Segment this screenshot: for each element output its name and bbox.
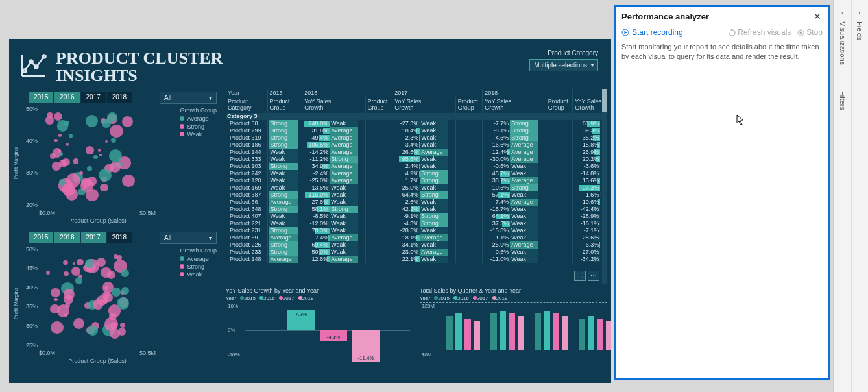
year-button[interactable]: 2015	[29, 232, 53, 243]
more-options-icon[interactable]: ⋯	[588, 271, 599, 281]
refresh-visuals-button: Refresh visuals	[729, 28, 791, 37]
category-slicer: Product Category Multiple selections▾	[529, 49, 598, 71]
scroll-thumb[interactable]	[602, 89, 607, 112]
year-button[interactable]: 2015	[29, 92, 53, 103]
pane-label: Fields	[856, 21, 863, 40]
scatter-chart-1[interactable]: 2015201620172018 All▾ Growth Group Avera…	[13, 89, 221, 225]
legend: Growth Group Average Strong Weak	[180, 107, 217, 139]
report-title: PRODUCT CLUSTER INSIGHTS	[56, 49, 223, 85]
stop-button: Stop	[797, 28, 823, 37]
year-button[interactable]: 2017	[81, 232, 106, 243]
svg-marker-1	[625, 31, 628, 34]
year-button[interactable]: 2016	[54, 232, 79, 243]
svg-marker-2	[730, 29, 732, 31]
category-dropdown[interactable]: Multiple selections▾	[529, 59, 598, 71]
chevron-down-icon: ▾	[209, 94, 212, 101]
year-button[interactable]: 2018	[107, 92, 132, 103]
report-canvas[interactable]: PRODUCT CLUSTER INSIGHTS Product Categor…	[9, 39, 611, 383]
year-button[interactable]: 2017	[81, 92, 106, 103]
group-dropdown[interactable]: All▾	[160, 232, 217, 244]
slicer-label: Product Category	[529, 49, 598, 56]
year-button[interactable]: 2018	[107, 232, 132, 243]
pane-label: Visualizations	[839, 21, 847, 65]
chevron-left-icon[interactable]: ‹	[859, 9, 861, 16]
visualizations-pane[interactable]: ‹ Visualizations Filters	[834, 0, 851, 392]
chevron-down-icon: ▾	[591, 62, 594, 68]
performance-analyzer-panel: Performance analyzer ✕ Start recording R…	[614, 5, 830, 380]
yoy-growth-chart[interactable]: YoY Sales Growth by Year and Year Year20…	[226, 288, 413, 367]
chart-icon	[18, 50, 49, 84]
legend: Growth Group Average Strong Weak	[180, 247, 217, 279]
panel-description: Start monitoring your report to see deta…	[616, 41, 828, 63]
chevron-down-icon: ▾	[209, 234, 212, 241]
close-icon[interactable]: ✕	[814, 11, 821, 21]
scatter-chart-2[interactable]: 2015201620172018 All▾ Growth Group Avera…	[13, 229, 221, 365]
panel-title: Performance analyzer	[621, 12, 709, 21]
year-button[interactable]: 2016	[54, 92, 79, 103]
matrix-visual[interactable]: Year2015201620172018ProductCategoryProdu…	[226, 89, 607, 284]
chevron-left-icon[interactable]: ‹	[841, 9, 843, 16]
total-sales-chart[interactable]: Total Sales by Quarter & Year and Year Y…	[420, 288, 607, 367]
start-recording-button[interactable]: Start recording	[621, 28, 683, 37]
focus-mode-icon[interactable]: ⛶	[574, 271, 586, 281]
fields-pane[interactable]: ‹ Fields	[851, 0, 869, 392]
scrollbar[interactable]	[602, 89, 607, 284]
group-dropdown[interactable]: All▾	[160, 92, 217, 104]
svg-rect-4	[800, 31, 802, 34]
pane-label: Filters	[839, 91, 847, 110]
